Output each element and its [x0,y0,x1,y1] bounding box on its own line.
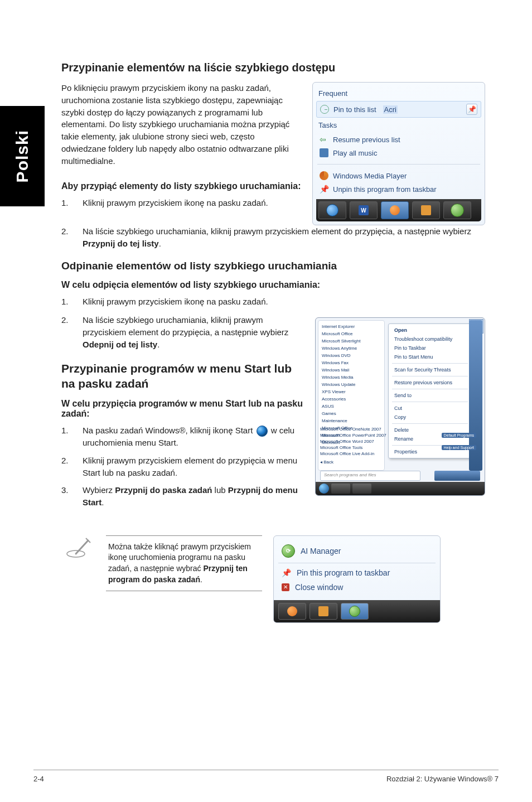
shutdown-button[interactable] [434,471,480,481]
programs-step-3: 3. Wybierz Przypnij do paska zadań lub P… [61,484,304,509]
back-button[interactable]: ◂ Back [320,459,476,465]
programs-step-2: 2. Kliknij prawym przyciskiem element do… [61,455,304,479]
clock-icon [320,105,329,114]
start-menu-recent: Microsoft Office OneNote 2007 Microsoft … [320,426,476,465]
task-playall-row[interactable]: Play all music [316,146,481,160]
sm-item[interactable]: ASUS [320,403,383,410]
start-orb[interactable] [319,484,329,494]
word-icon: W [359,205,369,215]
sm-item[interactable]: Windows Mail [320,366,383,374]
pin-to-list-label: Pin to this list [333,105,376,114]
start-menu-screenshot: Internet Explorer Microsoft Office Micro… [315,317,485,496]
ctx-troubleshoot[interactable]: Troubleshoot compatibility [389,335,471,344]
sm-item[interactable]: Internet Explorer [320,323,383,330]
page-number: 2-4 [33,775,44,783]
sm-item[interactable]: Games [320,410,383,417]
ctx-scan[interactable]: Scan for Security Threats [389,365,471,374]
sm-item[interactable]: Windows DVD [320,352,383,359]
tb-close-row[interactable]: ✕ Close window [278,580,436,595]
section-pin-title: Przypinanie elementów na liście szybkieg… [61,61,485,74]
ie-icon [326,204,338,216]
recent-item[interactable]: Microsoft Office PowerPoint 2007Default … [320,432,476,438]
jumplist-taskbar: W [316,199,481,221]
wmp-icon [287,606,297,616]
separator [317,164,480,165]
search-input[interactable]: Search programs and files [320,471,420,481]
pin-button[interactable]: 📌 [466,104,477,115]
unpin-step-2: 2. Na liście szybkiego uruchamiania, kli… [61,314,304,350]
ctx-sendto[interactable]: Send to [389,391,471,400]
ctx-open[interactable]: Open [389,326,471,335]
separator [392,423,468,424]
pin-icon: 📌 [282,568,291,577]
sm-item[interactable]: XPS Viewer [320,388,383,395]
jumplist-screenshot: Frequent Pin to this list Acri 📌 Tasks ⇦… [312,82,485,225]
section-unpin-title: Odpinanie elementów od listy szybkiego u… [61,260,485,272]
task-resume-row[interactable]: ⇦ Resume previous list [316,133,481,146]
sm-item[interactable]: Accessories [320,395,383,403]
separator [278,563,436,563]
taskbar-ai-button[interactable] [341,603,369,620]
pin-to-list-value: Acri [383,105,398,114]
taskbar-wmp-button[interactable] [278,603,306,620]
taskbar-ie-button[interactable] [318,201,346,219]
ctx-copy[interactable]: Copy [389,413,471,422]
sm-item[interactable]: Windows Update [320,381,383,388]
chapter-title: Rozdział 2: Używanie Windows® 7 [386,775,499,783]
sm-item[interactable]: Windows Media [320,374,383,381]
ctx-cut[interactable]: Cut [389,404,471,413]
sm-item[interactable]: Maintenance [320,417,383,424]
ctx-pin-taskbar[interactable]: Pin to Taskbar [389,344,471,352]
wmp-orange-icon [390,205,400,215]
jumplist-pin-row[interactable]: Pin to this list Acri 📌 [316,101,481,118]
taskbar-word-button[interactable]: W [350,201,378,219]
taskbar-button[interactable] [331,484,350,494]
pin-step-2: 2. Na liście szybkiego uruchamiania, kli… [61,225,485,250]
separator [392,389,468,389]
taskbar-app-button[interactable] [309,603,337,620]
recent-item[interactable]: Microsoft Office ToolsHelp and Support [320,445,476,451]
pin-icon: 📌 [468,105,476,113]
unpin-step-1: 1. Kliknij prawym przyciskiem ikonę na p… [61,296,485,308]
ctx-pin-start[interactable]: Pin to Start Menu [389,352,471,361]
tb-pin-row[interactable]: 📌 Pin this program to taskbar [278,566,436,580]
ctx-restore[interactable]: Restore previous versions [389,378,471,387]
jumplist-unpin-row[interactable]: 📌 Unpin this program from taskbar [316,182,481,196]
sm-item[interactable]: Microsoft Silverlight [320,337,383,345]
recent-item[interactable]: Microsoft Office OneNote 2007 [320,426,476,432]
separator [392,376,468,376]
tb-app-row[interactable]: ⟳ AI Manager [278,542,436,561]
ai-manager-icon: ⟳ [282,544,295,558]
resume-icon: ⇦ [320,135,328,144]
recent-item[interactable]: Microsoft Office Live Add-in [320,451,476,457]
taskbar-button[interactable] [352,484,371,494]
unpin-icon: 📌 [320,185,328,194]
tb-taskbar [274,600,440,622]
jumplist-tasks-label: Tasks [318,121,479,129]
programs-step-1: 1. Na pasku zadań Windows®, kliknij ikon… [61,424,304,449]
page-footer: 2-4 Rozdział 2: Używanie Windows® 7 [33,770,499,783]
taskbar-wmp-button[interactable] [381,201,409,219]
sm-item[interactable]: Microsoft Office [320,330,383,337]
note-icon [61,535,96,562]
jumplist-frequent-label: Frequent [318,89,479,98]
jumplist-app-row[interactable]: Windows Media Player [316,169,481,182]
pin-step-1: 1. Kliknij prawym przyciskiem ikonę na p… [61,197,301,209]
note-box: Można także kliknąć prawym przyciskiem i… [106,535,262,591]
separator [392,363,468,364]
start-taskbar [316,482,485,495]
section-programs-title: Przypinanie programów w menu Start lub n… [61,361,304,392]
pin-howto-title: Aby przypiąć elementy do listy szybkiego… [61,181,301,191]
taskbar-other-button[interactable] [412,201,440,219]
ai-icon [451,204,464,217]
recent-item[interactable]: Microsoft Office Word 2007 [320,438,476,445]
unpin-sub: W celu odpięcia elementów od listy szybk… [61,280,485,290]
sm-item[interactable]: Windows Anytime [320,345,383,352]
section-pin-intro: Po kliknięciu prawym przyciskiem ikony n… [61,82,301,167]
wmp-icon [320,171,328,180]
separator [392,402,468,402]
taskbar-ai-button[interactable] [443,201,471,219]
close-icon: ✕ [282,583,289,591]
sm-item[interactable]: Windows Fax [320,359,383,366]
ai-icon [349,606,360,617]
